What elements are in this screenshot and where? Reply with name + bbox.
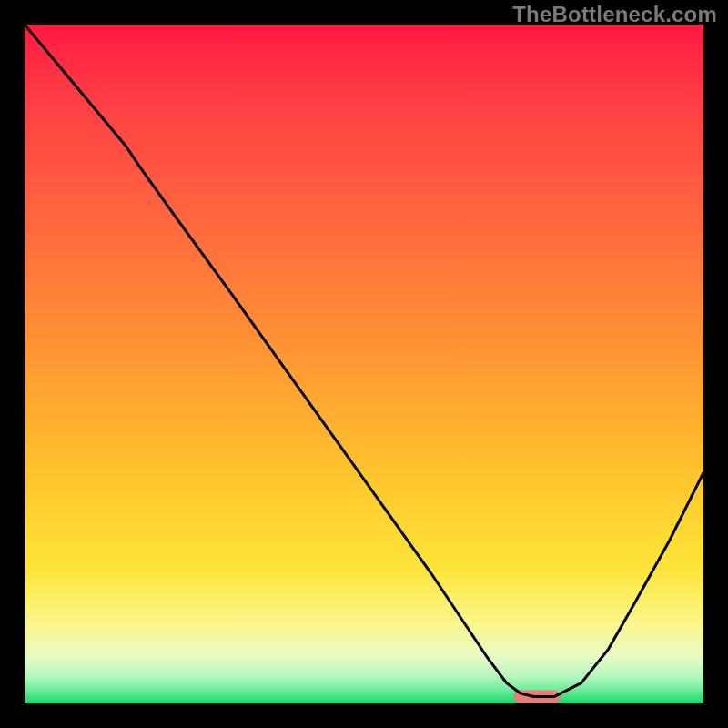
watermark-text: TheBottleneck.com xyxy=(512,2,717,27)
bottleneck-curve xyxy=(25,25,703,697)
plot-area xyxy=(25,25,703,703)
chart-container: TheBottleneck.com xyxy=(0,0,728,728)
chart-svg xyxy=(25,25,703,703)
